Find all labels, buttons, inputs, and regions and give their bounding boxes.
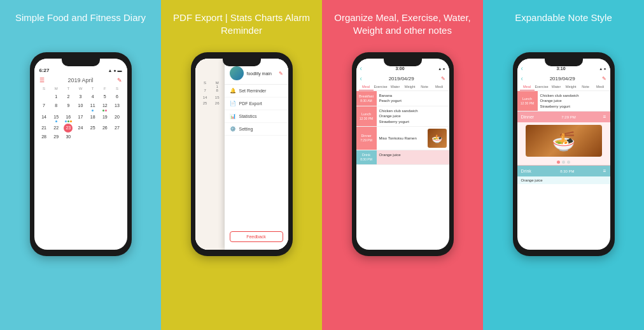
- cal-day-11[interactable]: 11: [87, 101, 99, 113]
- cal-day[interactable]: 19: [99, 113, 111, 124]
- dinner-img-container: 🍜: [517, 122, 610, 159]
- cal-day[interactable]: 9: [62, 101, 74, 113]
- cal-day-12[interactable]: 12: [99, 101, 111, 113]
- phone-expandable: ‹ 3:10 ▲ ● ‹ 2019/04/29 ✎ Meal Exercise …: [513, 52, 615, 256]
- edit-icon-3[interactable]: ✎: [441, 76, 445, 82]
- meal-type-lunch-4: Lunch: [522, 97, 532, 101]
- back-icon-4[interactable]: ‹: [521, 65, 523, 72]
- cal-day[interactable]: 26: [99, 124, 111, 133]
- feedback-button[interactable]: Feedback: [230, 231, 283, 242]
- cal-day-15[interactable]: 15: [50, 113, 62, 124]
- cal-day[interactable]: 21: [38, 124, 50, 133]
- wd-wed: W: [74, 86, 87, 91]
- drink-expanded-header[interactable]: Drink 8:30 PM ≡: [517, 166, 610, 176]
- tab-medi-4[interactable]: Medi: [593, 83, 608, 90]
- dinner-menu-icon[interactable]: ≡: [603, 114, 606, 120]
- cal-day[interactable]: 29: [50, 133, 62, 141]
- cal-day[interactable]: 18: [87, 113, 99, 124]
- tab-note[interactable]: Note: [417, 83, 432, 90]
- cal-day[interactable]: 30: [62, 133, 74, 141]
- cal-day[interactable]: [38, 92, 50, 101]
- tab-exercise[interactable]: Exercise: [374, 83, 388, 90]
- cal-day[interactable]: 7: [38, 101, 50, 113]
- drink-menu-icon[interactable]: ≡: [603, 168, 606, 174]
- menu-item-setting[interactable]: ⚙️ Setting: [225, 123, 288, 136]
- s2-day[interactable]: 14: [199, 96, 211, 101]
- cal-day[interactable]: 24: [74, 124, 87, 133]
- cal-day[interactable]: 13: [111, 101, 123, 113]
- food-item: Orange juice: [540, 98, 608, 103]
- diary-entry-lunch: Lunch 12:30 PM Chicken club sandwich Ora…: [356, 106, 449, 127]
- phone-diary: ‹ 3:00 ▲ ● ‹ 2019/04/29 ✎ Meal Exercise …: [352, 52, 454, 256]
- food-image-ramen: 🍜: [428, 129, 447, 148]
- cal-day[interactable]: 3: [74, 92, 87, 101]
- tab-water[interactable]: Water: [388, 83, 403, 90]
- hamburger-icon[interactable]: ☰: [39, 77, 45, 83]
- status-icons-3: ▲ ●: [438, 67, 445, 71]
- cal-day[interactable]: 6: [111, 92, 123, 101]
- screen-menu: April S M T W T F S _ 1 2 3: [195, 59, 288, 250]
- edit-icon-1[interactable]: ✎: [117, 77, 122, 83]
- drink-food-item: Orange juice: [521, 178, 606, 182]
- cal-day[interactable]: 5: [99, 92, 111, 101]
- time-3: 3:00: [396, 66, 405, 71]
- setting-label: Setting: [239, 127, 253, 131]
- calendar-days: 1 2 3 4 5 6 7 8 9 10 11 1: [38, 92, 123, 141]
- expandable-date: 2019/04/29: [523, 76, 602, 82]
- cal-day[interactable]: 1: [50, 92, 62, 101]
- s2-day[interactable]: 25: [199, 101, 211, 105]
- wd-tue: T: [62, 86, 74, 91]
- meal-content-breakfast: Banana Peach yogurt: [377, 91, 449, 106]
- cal-day-16[interactable]: 16: [62, 113, 74, 124]
- cal-day[interactable]: 2: [62, 92, 74, 101]
- cal-day[interactable]: 27: [111, 124, 123, 133]
- cal-day[interactable]: 4: [87, 92, 99, 101]
- reminder-icon: 🔔: [230, 88, 236, 94]
- edit-icon-4[interactable]: ✎: [602, 76, 606, 82]
- edit-profile-icon[interactable]: ✎: [279, 71, 283, 76]
- meal-label-drink: Drink 8:30 PM: [356, 150, 377, 164]
- tab-note-4[interactable]: Note: [578, 83, 593, 90]
- food-item: Chicken club sandwich: [379, 108, 447, 113]
- tab-weight[interactable]: Weight: [403, 83, 417, 90]
- cal-day[interactable]: 25: [87, 124, 99, 133]
- tab-meal-4[interactable]: Meal: [520, 83, 535, 90]
- meal-time-breakfast: 8:30 AM: [360, 99, 372, 103]
- entry-dinner-expanded: Dinner 7:29 PM ≡ 🍜: [517, 111, 610, 166]
- side-menu-panel: foodlity main ✎ 🔔 Set Reminder 📄 PDF Exp…: [225, 59, 288, 250]
- cal-day[interactable]: 22: [50, 124, 62, 133]
- tab-meal[interactable]: Meal: [359, 83, 374, 90]
- menu-item-stats[interactable]: 📊 Statistics: [225, 110, 288, 123]
- cal-day-today[interactable]: 23: [64, 124, 73, 133]
- tab-exercise-4[interactable]: Exercise: [535, 83, 549, 90]
- cal-day[interactable]: 28: [38, 133, 50, 141]
- menu-item-pdf[interactable]: 📄 PDF Export: [225, 97, 288, 110]
- menu-item-reminder[interactable]: 🔔 Set Reminder: [225, 85, 288, 97]
- meal-time-dinner: 7:29 PM: [360, 138, 372, 143]
- tab-water-4[interactable]: Water: [549, 83, 564, 90]
- tab-medi[interactable]: Medi: [432, 83, 447, 90]
- cal-day[interactable]: 20: [111, 113, 123, 124]
- time-4: 3:10: [557, 66, 566, 71]
- cal-day[interactable]: 10: [74, 101, 87, 113]
- time-1: 6:27: [39, 68, 50, 73]
- cal-day: [74, 133, 87, 141]
- meal-label-lunch: Lunch 12:30 PM: [356, 106, 377, 126]
- phone-notch-3: [384, 59, 422, 66]
- s2-day[interactable]: 26: [211, 101, 223, 105]
- s2-day[interactable]: 15: [211, 96, 223, 101]
- cal-day[interactable]: 8: [50, 101, 62, 113]
- tabs-3: Meal Exercise Water Weight Note Medi: [356, 83, 449, 91]
- phone-notch-4: [545, 59, 583, 66]
- dinner-expanded-header[interactable]: Dinner 7:29 PM ≡: [517, 111, 610, 122]
- cal-day[interactable]: 14: [38, 113, 50, 124]
- back-icon-3[interactable]: ‹: [360, 65, 362, 72]
- wd-sat: S: [111, 86, 123, 91]
- panel-expandable: Expandable Note Style ‹ 3:10 ▲ ● ‹ 2019/…: [483, 0, 644, 330]
- drink-title: Drink: [521, 169, 531, 173]
- s2-day[interactable]: 8: [211, 89, 223, 96]
- cal-day[interactable]: 17: [74, 113, 87, 124]
- content-lunch-4: Chicken club sandwich Orange juice Straw…: [538, 91, 610, 111]
- tab-weight-4[interactable]: Weight: [564, 83, 578, 90]
- s2-day[interactable]: 7: [199, 89, 211, 96]
